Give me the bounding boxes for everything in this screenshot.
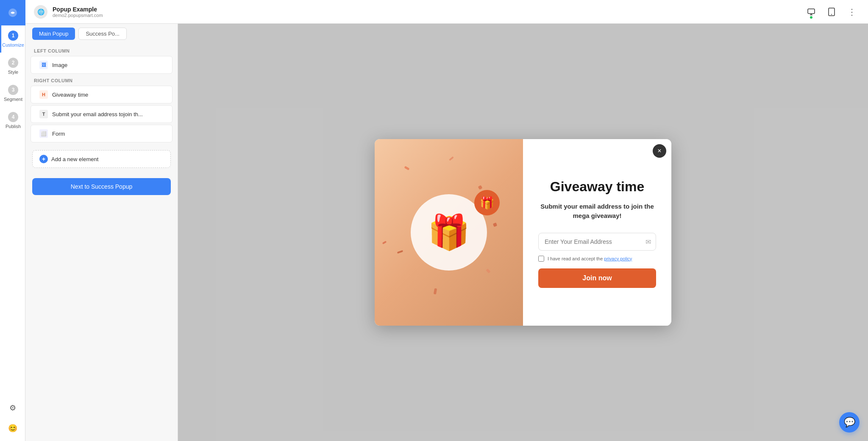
text-label: Submit your email address tojoin th... xyxy=(52,111,143,117)
privacy-checkbox[interactable] xyxy=(538,256,544,262)
right-column-form-row[interactable]: ⬜ Form xyxy=(31,125,172,142)
privacy-text: I have read and accept the privacy polic… xyxy=(548,256,632,261)
right-column-heading-row[interactable]: H Giveaway time xyxy=(31,86,172,103)
chat-bubble-button[interactable]: 💬 xyxy=(839,412,860,433)
sidebar-label-segment: Segment xyxy=(4,97,22,102)
gift-emoji: 🎁 xyxy=(428,212,470,252)
popup-modal: × 🎁 xyxy=(375,139,671,326)
left-column-label: LEFT COLUMN xyxy=(25,45,178,55)
join-now-button[interactable]: Join now xyxy=(538,268,656,288)
topbar-info: Popup Example demo2.popupsmart.com xyxy=(53,6,798,18)
privacy-policy-link[interactable]: privacy policy xyxy=(604,256,632,261)
tab-success-popup[interactable]: Success Po... xyxy=(78,28,126,40)
topbar: 🌐 Popup Example demo2.popupsmart.com ⋮ xyxy=(25,0,868,24)
left-column-image-label: Image xyxy=(52,62,67,68)
gift-wrapper: 🎁 🎁 xyxy=(411,194,487,271)
image-icon: 🖼 xyxy=(39,61,48,69)
heading-icon: H xyxy=(39,90,48,99)
popup-subtitle: Submit your email address to join the me… xyxy=(538,202,656,221)
site-globe-icon: 🌐 xyxy=(34,5,47,19)
close-icon: × xyxy=(657,147,661,155)
add-element-label: Add a new element xyxy=(51,156,98,162)
popup-right-panel: Giveaway time Submit your email address … xyxy=(523,139,671,326)
chat-icon: 💬 xyxy=(844,417,855,428)
popup-close-button[interactable]: × xyxy=(653,144,666,158)
form-label: Form xyxy=(52,131,65,137)
svg-point-3 xyxy=(831,14,832,15)
step-num-4: 4 xyxy=(8,112,18,122)
settings-icon[interactable]: ⚙ xyxy=(4,399,21,416)
topbar-url: demo2.popupsmart.com xyxy=(53,13,798,18)
topbar-actions: ⋮ xyxy=(804,4,860,20)
sidebar-label-publish: Publish xyxy=(6,124,21,129)
text-icon: T xyxy=(39,110,48,118)
step-num-1: 1 xyxy=(8,31,18,41)
gift-icon: 🎁 xyxy=(480,196,495,210)
sidebar-label-style: Style xyxy=(8,70,18,75)
left-panel: Main Popup ⋯ + Main Popup Success Po... … xyxy=(25,0,178,441)
right-column-text-row[interactable]: T Submit your email address tojoin th... xyxy=(31,105,172,123)
sidebar-item-segment[interactable]: 3 Segment xyxy=(0,80,25,107)
envelope-icon: ✉ xyxy=(645,237,651,246)
sidebar-item-publish[interactable]: 4 Publish xyxy=(0,107,25,134)
plus-icon: + xyxy=(39,155,48,163)
app-logo[interactable] xyxy=(0,0,25,25)
popup-left-panel: 🎁 🎁 xyxy=(375,139,523,326)
step-num-2: 2 xyxy=(8,58,18,68)
heading-label: Giveaway time xyxy=(52,92,88,98)
add-element-button[interactable]: + Add a new element xyxy=(32,150,171,168)
sidebar-item-style[interactable]: 2 Style xyxy=(0,53,25,80)
more-options-button[interactable]: ⋮ xyxy=(844,4,860,20)
privacy-row: I have read and accept the privacy polic… xyxy=(538,256,656,262)
sidebar-item-customize[interactable]: 1 Customize xyxy=(0,25,25,53)
popup-tabs: Main Popup Success Po... xyxy=(25,22,178,45)
desktop-device-button[interactable] xyxy=(804,4,819,20)
right-column-label: RIGHT COLUMN xyxy=(25,75,178,85)
next-to-success-button[interactable]: Next to Success Popup xyxy=(32,178,171,195)
notification-badge: 🎁 xyxy=(474,190,500,215)
tablet-device-button[interactable] xyxy=(824,4,839,20)
topbar-title: Popup Example xyxy=(53,6,798,13)
left-column-image-row[interactable]: 🖼 Image xyxy=(31,56,172,74)
preview-area: × 🎁 xyxy=(178,24,868,441)
popup-overlay: × 🎁 xyxy=(178,24,868,441)
sidebar: 1 Customize 2 Style 3 Segment 4 Publish … xyxy=(0,0,25,441)
popup-title: Giveaway time xyxy=(550,179,644,195)
face-icon[interactable]: 😊 xyxy=(4,420,21,437)
step-num-3: 3 xyxy=(8,85,18,95)
email-input-wrapper: ✉ xyxy=(538,233,656,251)
sidebar-label-customize: Customize xyxy=(2,42,24,47)
form-icon: ⬜ xyxy=(39,129,48,138)
tab-main-popup[interactable]: Main Popup xyxy=(32,28,75,40)
svg-rect-1 xyxy=(808,9,815,14)
email-input[interactable] xyxy=(538,233,656,251)
